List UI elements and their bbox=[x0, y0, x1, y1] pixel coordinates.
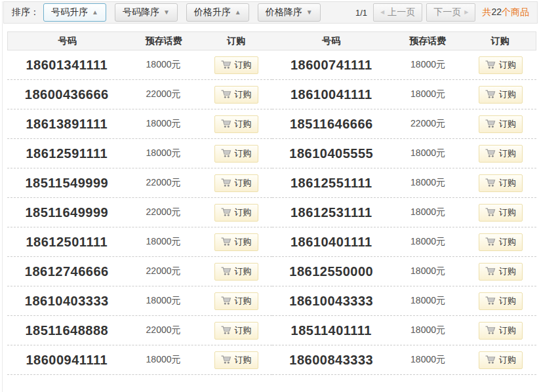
table-row: 18600843333 18000元 订购 bbox=[272, 345, 537, 375]
shopping-cart-icon bbox=[220, 296, 232, 305]
prepaid-amount: 18000元 bbox=[127, 236, 201, 248]
phone-number-table: 号码 预存话费 订购 号码 预存话费 订购 18601341111 18000元 bbox=[7, 31, 536, 375]
table-row: 18610405555 18000元 订购 bbox=[272, 139, 537, 168]
order-cell: 订购 bbox=[201, 115, 272, 133]
table-row: 18511649999 22000元 订购 bbox=[7, 198, 272, 227]
order-button[interactable]: 订购 bbox=[479, 115, 523, 133]
arrow-up-icon: ▲ bbox=[92, 9, 98, 16]
order-button-label: 订购 bbox=[235, 206, 252, 218]
phone-number: 18511649999 bbox=[7, 205, 127, 220]
phone-number: 18610405555 bbox=[272, 146, 391, 161]
page-container: 排序： 号码升序 ▲ 号码降序 ▼ 价格升序 ▲ 价格降序 ▼ 1/1 ◀ 上一… bbox=[2, 1, 539, 392]
table-row: 18612501111 18000元 订购 bbox=[7, 227, 272, 257]
phone-number: 18511549999 bbox=[7, 176, 127, 191]
prepaid-amount: 18000元 bbox=[127, 295, 201, 307]
chevron-right-icon: ▶ bbox=[464, 10, 468, 15]
sort-price-desc-button[interactable]: 价格降序 ▼ bbox=[258, 3, 321, 22]
phone-number: 18601341111 bbox=[7, 58, 127, 73]
shopping-cart-icon bbox=[220, 267, 232, 276]
shopping-cart-icon bbox=[220, 60, 232, 69]
order-button[interactable]: 订购 bbox=[479, 204, 523, 222]
order-button[interactable]: 订购 bbox=[214, 86, 258, 104]
order-cell: 订购 bbox=[201, 56, 272, 74]
next-page-button[interactable]: 下一页 ▶ bbox=[426, 3, 475, 22]
order-cell: 订购 bbox=[201, 86, 272, 104]
prepaid-amount: 18000元 bbox=[391, 206, 465, 218]
order-cell: 订购 bbox=[201, 263, 272, 281]
order-cell: 订购 bbox=[465, 86, 536, 104]
phone-number: 18610401111 bbox=[272, 235, 391, 250]
table-row: 18511648888 22000元 订购 bbox=[7, 316, 272, 345]
shopping-cart-icon bbox=[220, 237, 232, 246]
order-button[interactable]: 订购 bbox=[479, 322, 523, 340]
order-button[interactable]: 订购 bbox=[214, 263, 258, 281]
order-button-label: 订购 bbox=[499, 324, 516, 336]
phone-number: 18511648888 bbox=[7, 323, 127, 338]
order-button-label: 订购 bbox=[235, 265, 252, 277]
order-button-label: 订购 bbox=[499, 147, 516, 159]
order-cell: 订购 bbox=[465, 322, 536, 340]
phone-number: 18612746666 bbox=[7, 264, 127, 279]
order-cell: 订购 bbox=[201, 322, 272, 340]
shopping-cart-icon bbox=[220, 178, 232, 187]
order-button-label: 订购 bbox=[499, 177, 516, 189]
order-button-label: 订购 bbox=[235, 354, 252, 366]
prepaid-amount: 22000元 bbox=[127, 177, 201, 189]
next-page-label: 下一页 bbox=[433, 7, 461, 18]
order-button[interactable]: 订购 bbox=[214, 145, 258, 163]
table-row: 18600436666 22000元 订购 bbox=[7, 80, 272, 109]
order-button[interactable]: 订购 bbox=[214, 56, 258, 74]
order-cell: 订购 bbox=[465, 263, 536, 281]
order-button[interactable]: 订购 bbox=[214, 174, 258, 192]
sort-label: 排序： bbox=[12, 7, 39, 18]
shopping-cart-icon bbox=[485, 267, 496, 276]
prev-page-button[interactable]: ◀ 上一页 bbox=[373, 3, 422, 22]
total-suffix: 个商品 bbox=[502, 7, 529, 17]
order-button-label: 订购 bbox=[499, 265, 516, 277]
order-button[interactable]: 订购 bbox=[479, 233, 523, 251]
prepaid-amount: 18000元 bbox=[391, 324, 465, 336]
sort-number-asc-button[interactable]: 号码升序 ▲ bbox=[43, 3, 106, 22]
phone-number: 18600843333 bbox=[272, 353, 391, 368]
phone-number: 18612501111 bbox=[7, 235, 127, 250]
table-column-right: 18600741111 18000元 订购 18610041111 18000元 bbox=[272, 50, 537, 375]
header-order: 订购 bbox=[201, 32, 272, 50]
phone-number: 18612550000 bbox=[272, 264, 391, 279]
sort-price-asc-button[interactable]: 价格升序 ▲ bbox=[186, 3, 249, 22]
order-button[interactable]: 订购 bbox=[479, 351, 523, 369]
order-cell: 订购 bbox=[201, 204, 272, 222]
order-button[interactable]: 订购 bbox=[479, 86, 523, 104]
order-button[interactable]: 订购 bbox=[479, 292, 523, 310]
total-prefix: 共 bbox=[482, 7, 491, 17]
prepaid-amount: 18000元 bbox=[127, 147, 201, 159]
shopping-cart-icon bbox=[220, 119, 232, 128]
order-button-label: 订购 bbox=[235, 118, 252, 130]
order-button[interactable]: 订购 bbox=[479, 145, 523, 163]
order-button[interactable]: 订购 bbox=[214, 351, 258, 369]
order-button[interactable]: 订购 bbox=[214, 322, 258, 340]
table-row: 18610403333 18000元 订购 bbox=[7, 286, 272, 316]
table-body: 18601341111 18000元 订购 18600436666 22000元 bbox=[7, 50, 536, 375]
table-row: 18612746666 22000元 订购 bbox=[7, 257, 272, 286]
phone-number: 18610043333 bbox=[272, 294, 391, 309]
shopping-cart-icon bbox=[220, 326, 232, 335]
order-cell: 订购 bbox=[465, 174, 536, 192]
order-button[interactable]: 订购 bbox=[214, 233, 258, 251]
prepaid-amount: 18000元 bbox=[391, 59, 465, 71]
order-button-label: 订购 bbox=[499, 118, 516, 130]
order-button[interactable]: 订购 bbox=[479, 174, 523, 192]
order-button[interactable]: 订购 bbox=[214, 204, 258, 222]
shopping-cart-icon bbox=[485, 208, 496, 217]
order-button[interactable]: 订购 bbox=[479, 56, 523, 74]
order-button-label: 订购 bbox=[499, 236, 516, 248]
table-column-left: 18601341111 18000元 订购 18600436666 22000元 bbox=[7, 50, 272, 375]
sort-number-desc-button[interactable]: 号码降序 ▼ bbox=[115, 3, 178, 22]
order-button[interactable]: 订购 bbox=[214, 115, 258, 133]
order-button[interactable]: 订购 bbox=[479, 263, 523, 281]
header-order: 订购 bbox=[464, 32, 536, 50]
order-button-label: 订购 bbox=[499, 206, 516, 218]
sort-number-asc-label: 号码升序 bbox=[51, 7, 88, 18]
prepaid-amount: 18000元 bbox=[391, 236, 465, 248]
table-row: 18511646666 22000元 订购 bbox=[272, 109, 537, 139]
order-button[interactable]: 订购 bbox=[214, 292, 258, 310]
